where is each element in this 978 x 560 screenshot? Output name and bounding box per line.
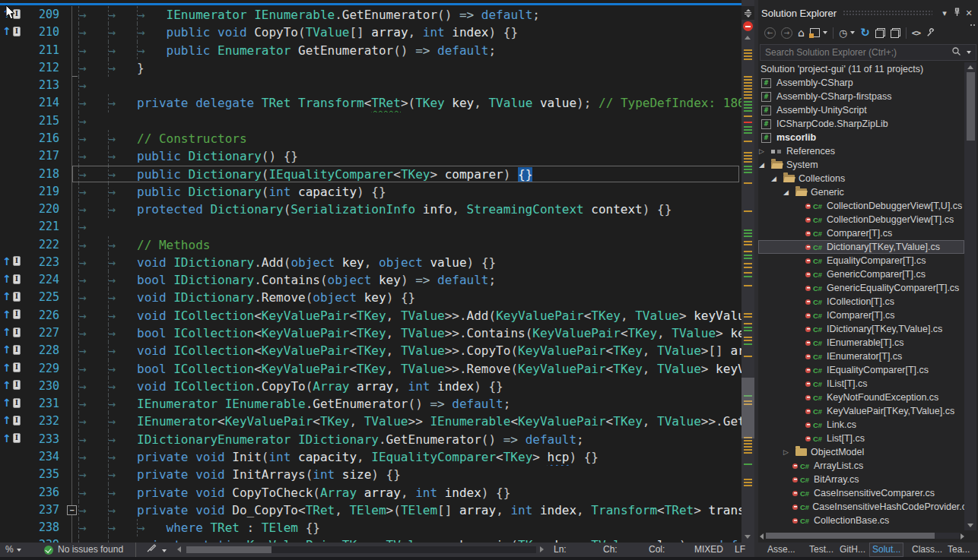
code-line-219[interactable]: 219→→public Dictionary(int capacity) {} xyxy=(0,183,741,201)
code-line-210[interactable]: ↑I210→→→public void CopyTo(TValue[] arra… xyxy=(0,24,741,41)
tree-item[interactable]: ▷ObjectModel xyxy=(758,445,964,459)
editor-horizontal-scrollbar[interactable] xyxy=(186,546,536,553)
line-number[interactable]: 237 xyxy=(21,501,59,519)
horizontal-scrollbar-track[interactable] xyxy=(766,533,960,539)
line-number[interactable]: 210 xyxy=(21,24,59,41)
scroll-down-arrow[interactable] xyxy=(745,535,751,539)
line-number[interactable]: 218 xyxy=(21,166,59,183)
tree-item[interactable]: #Assembly-CSharp-firstpass xyxy=(758,90,964,103)
tree-horizontal-scrollbar[interactable] xyxy=(758,532,976,541)
tree-item[interactable]: Solution 'project-gui' (11 of 11 project… xyxy=(758,62,964,76)
tree-item[interactable]: ◢Collections xyxy=(758,172,964,185)
line-number[interactable]: 211 xyxy=(21,42,59,59)
tree-item[interactable]: GenericEqualityComparer[T].cs xyxy=(758,281,964,295)
line-number[interactable]: 212 xyxy=(21,59,59,77)
tree-item[interactable]: ICollection[T].cs xyxy=(758,295,964,308)
search-input[interactable] xyxy=(760,47,951,58)
line-number[interactable]: 226 xyxy=(21,307,59,324)
issues-indicator[interactable]: No issues found xyxy=(44,543,123,557)
status-field[interactable]: LF xyxy=(735,543,745,557)
implements-interface-glyph-icon[interactable]: ↑I xyxy=(2,327,21,337)
tool-window-tab[interactable]: Asse... xyxy=(765,543,798,557)
line-number[interactable]: 215 xyxy=(21,112,59,130)
code-line-211[interactable]: 211→→→public Enumerator GetEnumerator() … xyxy=(0,42,741,59)
tree-vertical-scrollbar[interactable] xyxy=(964,62,976,530)
tree-item[interactable]: CaseInsensitiveComparer.cs xyxy=(758,486,964,500)
tool-window-tab[interactable]: GitH... xyxy=(837,543,868,557)
tree-item[interactable]: IDictionary[TKey,TValue].cs xyxy=(758,322,964,336)
toolbar-overflow-button[interactable] xyxy=(970,24,975,26)
tree-item[interactable]: List[T].cs xyxy=(758,432,964,445)
line-number[interactable]: 229 xyxy=(21,360,59,378)
code-line-236[interactable]: 236→→private void CopyToCheck(Array arra… xyxy=(0,484,741,501)
zoom-control[interactable]: % xyxy=(5,543,21,557)
tool-window-tab[interactable]: Solut... xyxy=(869,543,903,557)
code-line-226[interactable]: ↑I226→→void ICollection<KeyValuePair<TKe… xyxy=(0,307,741,324)
vertical-scrollbar-thumb[interactable] xyxy=(967,72,975,141)
forward-button[interactable]: → xyxy=(781,27,792,39)
tool-window-tab[interactable]: Class... xyxy=(910,543,945,557)
code-line-209[interactable]: ↑I209→→→IEnumerator IEnumerable.GetEnume… xyxy=(0,6,741,24)
tree-item[interactable]: #ICSharpCode.SharpZipLib xyxy=(758,117,964,131)
tree-item[interactable]: GenericComparer[T].cs xyxy=(758,267,964,281)
tree-item[interactable]: CaseInsensitiveHashCodeProvider.cs xyxy=(758,500,964,514)
line-number[interactable]: 234 xyxy=(21,448,59,466)
code-line-228[interactable]: ↑I228→→void ICollection<KeyValuePair<TKe… xyxy=(0,342,741,359)
tree-item[interactable]: ArrayList.cs xyxy=(758,459,964,473)
code-line-217[interactable]: 217→→public Dictionary() {} xyxy=(0,147,741,165)
document-health-error-icon[interactable] xyxy=(743,21,753,31)
code-line-232[interactable]: ↑I232→→IEnumerator<KeyValuePair<TKey, TV… xyxy=(0,413,741,430)
search-icon[interactable] xyxy=(951,46,964,59)
line-number[interactable]: 219 xyxy=(21,183,59,201)
line-number[interactable]: 228 xyxy=(21,342,59,359)
implements-interface-glyph-icon[interactable]: ↑I xyxy=(2,397,21,408)
line-number[interactable]: 238 xyxy=(21,519,59,536)
implements-interface-glyph-icon[interactable]: ↑I xyxy=(2,309,21,320)
line-number[interactable]: 216 xyxy=(21,130,59,147)
line-number[interactable]: 217 xyxy=(21,147,59,165)
tree-item[interactable]: EqualityComparer[T].cs xyxy=(758,254,964,267)
code-line-238[interactable]: 238→→→where TRet : TElem {} xyxy=(0,519,741,536)
back-button[interactable]: ← xyxy=(764,27,776,39)
code-line-224[interactable]: ↑I224→→bool IDictionary.Contains(object … xyxy=(0,271,741,289)
line-number[interactable]: 231 xyxy=(21,395,59,413)
line-number[interactable]: 209 xyxy=(21,6,59,24)
tool-window-tab[interactable]: Test... xyxy=(807,543,836,557)
implements-interface-glyph-icon[interactable]: ↑I xyxy=(2,362,21,373)
expand-arrow-icon[interactable]: ▷ xyxy=(759,147,771,155)
code-line-222[interactable]: 222→→// Methods xyxy=(0,236,741,254)
collapse-arrow-icon[interactable]: ◢ xyxy=(783,188,795,196)
split-window-grip[interactable] xyxy=(741,6,754,20)
code-line-223[interactable]: ↑I223→→void IDictionary.Add(object key, … xyxy=(0,254,741,271)
implements-interface-glyph-icon[interactable]: ↑I xyxy=(2,415,21,426)
expand-arrow-icon[interactable]: ▷ xyxy=(783,448,795,456)
pin-icon[interactable] xyxy=(951,8,963,18)
status-field[interactable]: MIXED xyxy=(694,543,723,557)
tree-item[interactable]: IList[T].cs xyxy=(758,377,964,391)
solution-explorer-titlebar[interactable]: Solution Explorer ▾ ✕ xyxy=(758,5,978,21)
implements-interface-glyph-icon[interactable]: ↑I xyxy=(2,344,21,355)
sync-with-active-document-button[interactable] xyxy=(891,28,900,38)
tree-item[interactable]: #mscorlib xyxy=(758,131,964,144)
tree-item[interactable]: KeyNotFoundException.cs xyxy=(758,391,964,404)
code-line-216[interactable]: 216→→// Constructors xyxy=(0,130,741,147)
tree-item[interactable]: #Assembly-UnityScript xyxy=(758,103,964,117)
tree-item[interactable]: #Assembly-CSharp xyxy=(758,76,964,90)
code-line-218[interactable]: 218→→public Dictionary(IEqualityComparer… xyxy=(0,166,741,183)
line-number[interactable]: 224 xyxy=(21,271,59,289)
code-line-215[interactable]: 215→ xyxy=(0,112,741,130)
solution-explorer-search[interactable] xyxy=(760,44,976,61)
tree-item[interactable]: IEqualityComparer[T].cs xyxy=(758,363,964,377)
line-number[interactable]: 225 xyxy=(21,289,59,306)
code-line-214[interactable]: 214→→private delegate TRet Transform<TRe… xyxy=(0,94,741,112)
scroll-down-arrow[interactable] xyxy=(967,524,973,527)
tree-item[interactable]: CollectionBase.cs xyxy=(758,514,964,527)
scroll-up-arrow[interactable] xyxy=(967,65,973,69)
code-line-230[interactable]: ↑I230→→void ICollection.CopyTo(Array arr… xyxy=(0,378,741,395)
view-code-button[interactable]: <> xyxy=(912,26,920,40)
code-line-235[interactable]: 235→→private void InitArrays(int size) {… xyxy=(0,466,741,483)
close-icon[interactable]: ✕ xyxy=(963,8,975,18)
code-line-225[interactable]: ↑I225→→void IDictionary.Remove(object ke… xyxy=(0,289,741,306)
code-line-213[interactable]: 213→ xyxy=(0,77,741,94)
code-line-229[interactable]: ↑I229→→bool ICollection<KeyValuePair<TKe… xyxy=(0,360,741,378)
